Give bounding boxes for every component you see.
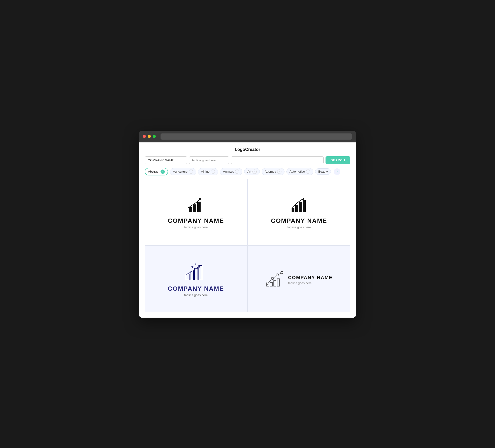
category-animals[interactable]: Animals ✓ xyxy=(220,168,242,175)
logo-icon-1 xyxy=(184,196,208,214)
automotive-label: Automotive xyxy=(289,170,305,173)
svg-line-20 xyxy=(269,279,271,282)
art-check-icon: ✓ xyxy=(252,169,257,174)
logo-card-2[interactable]: COMPANY NAME tagline goes here xyxy=(248,179,351,245)
svg-line-21 xyxy=(274,276,276,278)
svg-rect-5 xyxy=(295,205,298,212)
minimize-button[interactable] xyxy=(148,135,151,138)
category-automotive[interactable]: Automotive ✓ xyxy=(286,168,313,175)
category-abstract[interactable]: Abstract ✓ xyxy=(145,168,168,175)
abstract-label: Abstract xyxy=(148,170,159,173)
browser-window: LogoCreator SEARCH Abstract ✓ Agricultur… xyxy=(139,131,356,318)
logo-grid: COMPANY NAME tagline goes here xyxy=(145,179,350,312)
svg-text:$: $ xyxy=(195,262,196,265)
logo-1-tagline: tagline goes here xyxy=(184,225,208,229)
svg-rect-24 xyxy=(270,282,273,286)
logo-4-company: COMPANY NAME xyxy=(288,275,333,280)
category-attorney[interactable]: Attorney ✓ xyxy=(262,168,285,175)
svg-rect-9 xyxy=(186,274,189,280)
logo-card-4[interactable]: COMPANY NAME tagline goes here xyxy=(248,246,351,312)
animals-label: Animals xyxy=(223,170,234,173)
close-button[interactable] xyxy=(143,135,146,138)
automotive-check-icon: ✓ xyxy=(306,169,310,174)
category-airline[interactable]: Airline ✓ xyxy=(198,168,218,175)
svg-point-17 xyxy=(271,277,274,280)
svg-rect-7 xyxy=(303,200,306,212)
category-art[interactable]: Art ✓ xyxy=(244,168,260,175)
logo-1-company: COMPANY NAME xyxy=(168,217,224,224)
svg-point-18 xyxy=(276,274,278,276)
address-bar xyxy=(161,133,352,140)
art-label: Art xyxy=(247,170,251,173)
tagline-input[interactable] xyxy=(189,156,229,164)
svg-rect-26 xyxy=(277,279,280,286)
agriculture-check-icon: ✓ xyxy=(189,169,193,174)
svg-line-22 xyxy=(278,273,281,274)
airline-label: Airline xyxy=(201,170,209,173)
category-next-button[interactable]: → xyxy=(334,168,340,175)
logo-icon-3: $ xyxy=(182,261,210,282)
logo-2-tagline: tagline goes here xyxy=(287,225,311,229)
logo-icon-2 xyxy=(287,196,311,214)
search-button[interactable]: SEARCH xyxy=(326,156,350,164)
attorney-check-icon: ✓ xyxy=(277,169,281,174)
search-bar: SEARCH xyxy=(145,156,350,164)
extra-search-input[interactable] xyxy=(231,156,324,164)
attorney-label: Attorney xyxy=(265,170,276,173)
svg-rect-0 xyxy=(189,207,192,212)
airline-check-icon: ✓ xyxy=(211,169,215,174)
category-agriculture[interactable]: Agriculture ✓ xyxy=(170,168,196,175)
animals-check-icon: ✓ xyxy=(235,169,239,174)
category-filter: Abstract ✓ Agriculture ✓ Airline ✓ Anima… xyxy=(145,168,350,175)
agriculture-label: Agriculture xyxy=(173,170,188,173)
browser-titlebar xyxy=(139,131,356,142)
svg-rect-25 xyxy=(274,280,276,286)
svg-point-19 xyxy=(281,271,283,274)
svg-rect-2 xyxy=(197,202,201,212)
logo-card-3[interactable]: $ COMPANY NAME tagline goes here xyxy=(145,246,247,312)
maximize-button[interactable] xyxy=(153,135,156,138)
app-title: LogoCreator xyxy=(145,147,350,152)
svg-rect-1 xyxy=(193,204,196,212)
logo-card-1[interactable]: COMPANY NAME tagline goes here xyxy=(145,179,247,245)
logo-4-text: COMPANY NAME tagline goes here xyxy=(288,273,333,285)
logo-icon-4 xyxy=(265,270,284,287)
beauty-label: Beauty xyxy=(318,170,328,173)
svg-rect-12 xyxy=(199,266,202,280)
svg-rect-6 xyxy=(299,202,302,212)
svg-rect-10 xyxy=(190,271,193,280)
logo-3-company: COMPANY NAME xyxy=(168,285,224,292)
abstract-check-icon: ✓ xyxy=(161,169,165,174)
svg-rect-11 xyxy=(194,268,198,280)
category-beauty[interactable]: Beauty xyxy=(315,168,331,175)
logo-4-tagline: tagline goes here xyxy=(288,281,333,285)
logo-3-tagline: tagline goes here xyxy=(184,293,208,297)
logo-2-company: COMPANY NAME xyxy=(271,217,327,224)
svg-marker-15 xyxy=(191,265,193,269)
browser-content: LogoCreator SEARCH Abstract ✓ Agricultur… xyxy=(139,142,356,318)
svg-rect-4 xyxy=(292,208,294,212)
company-name-input[interactable] xyxy=(145,156,187,164)
